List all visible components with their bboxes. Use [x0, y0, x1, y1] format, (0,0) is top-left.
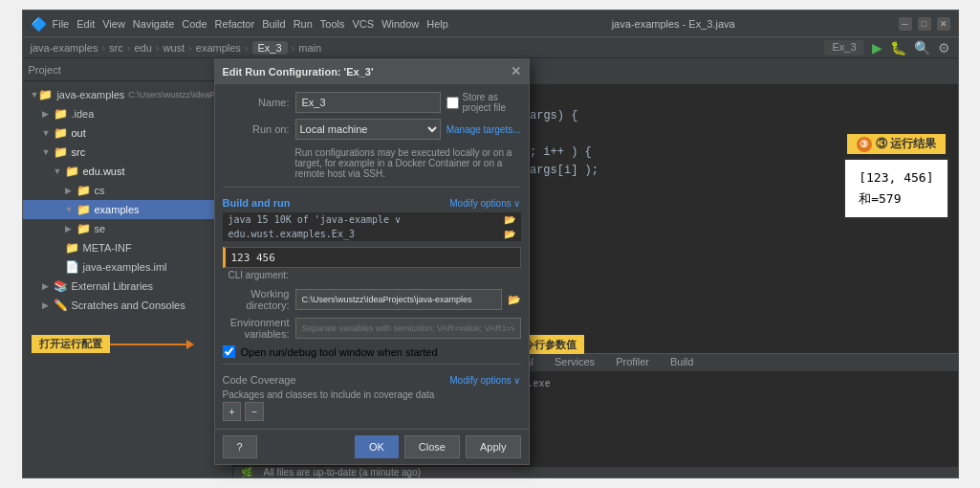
main-class-row: edu.wust.examples.Ex_3 📂 — [223, 227, 521, 241]
dialog-title: Edit Run Configuration: 'Ex_3' — [223, 66, 374, 78]
tree-item-src[interactable]: ▼ 📁 src — [23, 143, 232, 162]
add-coverage-button[interactable]: + — [223, 402, 242, 421]
close-dialog-button[interactable]: Close — [404, 435, 460, 458]
store-project-checkbox[interactable]: Store as project file — [446, 92, 521, 113]
ok-button[interactable]: OK — [355, 435, 399, 458]
env-vars-input[interactable] — [295, 318, 521, 339]
library-icon: 📚 — [54, 279, 68, 293]
folder-icon: 📁 — [54, 126, 68, 140]
code-coverage-modify-link[interactable]: Modify options ∨ — [449, 375, 520, 386]
remove-coverage-button[interactable]: − — [245, 402, 264, 421]
breadcrumb-examples[interactable]: examples — [196, 42, 241, 54]
working-dir-input[interactable] — [295, 289, 502, 310]
main-class-value: edu.wust.examples.Ex_3 — [229, 229, 355, 239]
menu-code[interactable]: Code — [182, 18, 207, 30]
working-dir-browse-icon[interactable]: 📂 — [508, 294, 521, 306]
tab-profiler[interactable]: Profiler — [606, 354, 659, 371]
tree-item-idea[interactable]: ▶ 📁 .idea — [23, 104, 232, 123]
open-config-label: 打开运行配置 — [32, 335, 110, 353]
debug-button[interactable]: 🐛 — [890, 40, 906, 55]
result-line1: [123, 456] — [859, 167, 933, 189]
run-on-row: Run on: Local machine Manage targets... — [223, 119, 521, 140]
help-button[interactable]: ? — [223, 435, 257, 458]
menu-refactor[interactable]: Refactor — [215, 18, 255, 30]
tree-item-iml[interactable]: 📄 java-examples.iml — [23, 257, 232, 277]
run-on-label: Run on: — [223, 123, 290, 135]
menu-bar[interactable]: File Edit View Navigate Code Refactor Bu… — [53, 18, 448, 30]
run-config-dialog[interactable]: Edit Run Configuration: 'Ex_3' ✕ Name: S… — [214, 58, 530, 465]
folder-icon: 📁 — [54, 145, 68, 159]
sdk-browse-icon: 📂 — [504, 214, 515, 225]
working-dir-row: Working directory: 📂 — [223, 288, 521, 311]
minimize-button[interactable]: ─ — [899, 17, 912, 31]
menu-edit[interactable]: Edit — [76, 18, 95, 30]
result-box: [123, 456] 和=579 — [843, 158, 948, 219]
store-label: Store as project file — [463, 92, 521, 113]
menu-view[interactable]: View — [102, 18, 125, 30]
folder-icon: 📁 — [38, 88, 53, 101]
tree-item-label: out — [72, 127, 86, 139]
apply-button[interactable]: Apply — [466, 435, 521, 458]
open-run-checkbox[interactable] — [223, 345, 235, 358]
tree-item-examples[interactable]: ▼ 📁 examples — [23, 200, 232, 219]
close-button[interactable]: ✕ — [937, 17, 950, 31]
open-run-label: Open run/debug tool window when started — [241, 346, 438, 358]
store-project-check[interactable] — [446, 97, 459, 109]
run-on-select[interactable]: Local machine — [295, 119, 441, 140]
result-line2: 和=579 — [859, 189, 933, 210]
breadcrumb-project[interactable]: java-examples — [31, 42, 98, 54]
window-title: java-examples - Ex_3.java — [448, 18, 899, 30]
search-button[interactable]: 🔍 — [914, 40, 930, 55]
tree-item-label: cs — [95, 185, 105, 196]
menu-navigate[interactable]: Navigate — [133, 18, 174, 30]
modify-options-link[interactable]: Modify options ∨ — [449, 198, 520, 209]
tree-item-out[interactable]: ▼ 📁 out — [23, 123, 232, 143]
tab-build[interactable]: Build — [661, 354, 703, 371]
menu-help[interactable]: Help — [426, 18, 448, 30]
tree-item-se[interactable]: ▶ 📁 se — [23, 219, 232, 238]
folder-icon: 📁 — [65, 165, 79, 178]
dialog-title-bar: Edit Run Configuration: 'Ex_3' ✕ — [215, 59, 529, 84]
result-label-text: ③ 运行结果 — [876, 136, 936, 152]
tree-item-metainf[interactable]: 📁 META-INF — [23, 238, 232, 257]
cli-args-input[interactable] — [223, 247, 521, 268]
tree-item-scratches[interactable]: ▶ ✏️ Scratches and Consoles — [23, 296, 232, 315]
tree-item-label: .idea — [72, 108, 95, 120]
tree-item-external-libs[interactable]: ▶ 📚 External Libraries — [23, 277, 232, 296]
gear-icon[interactable]: ⚙ — [938, 40, 950, 55]
dialog-close-button[interactable]: ✕ — [511, 64, 521, 78]
breadcrumb-src[interactable]: src — [109, 42, 123, 54]
tab-services[interactable]: Services — [545, 354, 604, 371]
sdk-value: java 15 10K of 'java-example ∨ — [229, 214, 402, 225]
tree-item-label: java-examples.iml — [83, 261, 167, 273]
menu-file[interactable]: File — [53, 18, 70, 30]
menu-window[interactable]: Window — [381, 18, 419, 30]
project-panel: Project ▼ 📁 java-examples C:\Users\wustz… — [23, 58, 233, 477]
tree-item-label: examples — [95, 204, 140, 215]
dialog-footer: ? OK Close Apply — [215, 429, 529, 464]
expand-arrow: ▼ — [42, 128, 54, 138]
expand-arrow: ▶ — [65, 186, 76, 195]
tree-item-cs[interactable]: ▶ 📁 cs — [23, 181, 232, 200]
name-input[interactable] — [295, 92, 441, 113]
manage-targets-link[interactable]: Manage targets... — [446, 124, 521, 135]
breadcrumb-edu[interactable]: edu — [134, 42, 151, 54]
breadcrumb-main[interactable]: main — [298, 42, 321, 54]
maximize-button[interactable]: □ — [918, 17, 931, 31]
tree-item-java-examples[interactable]: ▼ 📁 java-examples C:\Users\wustzz\IdeaPr… — [23, 85, 232, 104]
menu-run[interactable]: Run — [294, 18, 313, 30]
menu-vcs[interactable]: VCS — [353, 18, 375, 30]
menu-tools[interactable]: Tools — [320, 18, 345, 30]
expand-arrow: ▼ — [42, 147, 54, 157]
name-label: Name: — [223, 97, 290, 108]
menu-build[interactable]: Build — [262, 18, 285, 30]
run-config-selector[interactable]: Ex_3 — [824, 40, 863, 55]
breadcrumb-wust[interactable]: wust — [163, 42, 185, 54]
breadcrumb-ex3[interactable]: Ex_3 — [252, 41, 288, 55]
info-text: Run configurations may be executed local… — [295, 145, 521, 181]
tree-item-eduwust[interactable]: ▼ 📁 edu.wust — [23, 162, 232, 181]
title-bar: 🔷 File Edit View Navigate Code Refactor … — [23, 11, 958, 37]
run-button[interactable]: ▶ — [872, 40, 882, 55]
folder-icon: 📁 — [76, 184, 91, 197]
env-vars-row: Environment variables: — [223, 317, 521, 340]
